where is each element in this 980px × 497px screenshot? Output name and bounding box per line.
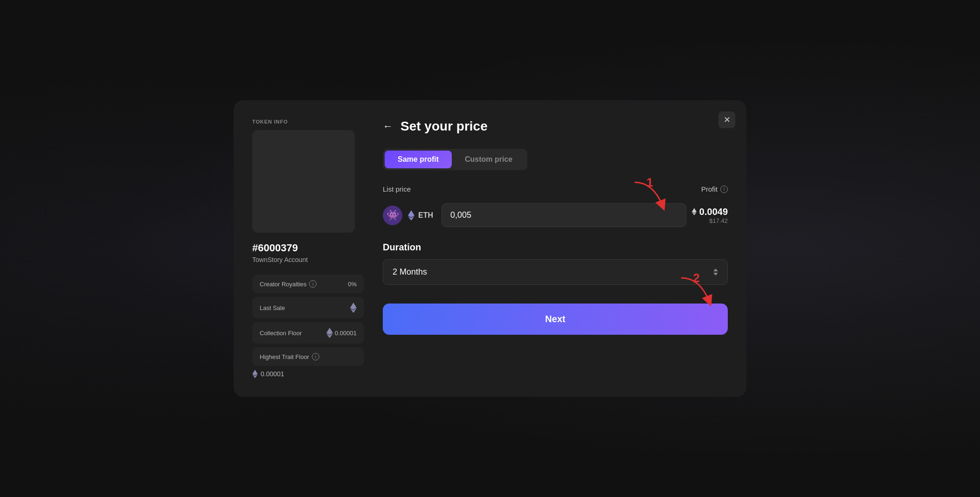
nft-image bbox=[252, 130, 355, 233]
chevron-updown-icon bbox=[713, 269, 718, 276]
duration-label: Duration bbox=[383, 242, 728, 253]
collection-floor-row: Collection Floor 0.00001 bbox=[252, 322, 364, 344]
right-panel: ← Set your price Same profit Custom pric… bbox=[383, 119, 728, 378]
eth-small-icon bbox=[326, 328, 333, 338]
bottom-value: 0.00001 bbox=[252, 370, 364, 378]
collection-name: TownStory Account bbox=[252, 256, 364, 263]
listing-modal: ✕ TOKEN INFO #6000379 TownStory Account … bbox=[234, 100, 746, 397]
highest-trait-floor-row: Highest Trait Floor i bbox=[252, 347, 364, 366]
page-header: ← Set your price bbox=[383, 119, 728, 134]
highest-trait-floor-label: Highest Trait Floor i bbox=[260, 353, 319, 360]
creator-royalties-value: 0% bbox=[348, 281, 357, 288]
last-sale-value bbox=[350, 303, 357, 313]
profit-eth-value: 0.0049 bbox=[692, 207, 728, 217]
duration-select[interactable]: 2 Months bbox=[383, 259, 728, 285]
collection-floor-value: 0.00001 bbox=[326, 328, 357, 338]
token-info-label: TOKEN INFO bbox=[252, 119, 364, 124]
eth-icon bbox=[350, 303, 357, 313]
chevron-down-icon bbox=[713, 273, 718, 276]
back-button[interactable]: ← bbox=[383, 121, 393, 131]
price-tabs: Same profit Custom price bbox=[383, 149, 527, 170]
price-input[interactable] bbox=[442, 203, 686, 227]
profit-eth-icon bbox=[692, 208, 697, 215]
eth-currency-icon bbox=[408, 210, 414, 221]
creator-royalties-label: Creator Royalties i bbox=[260, 280, 317, 288]
page-title: Set your price bbox=[400, 119, 488, 134]
chevron-up-icon bbox=[713, 269, 718, 271]
token-number: #6000379 bbox=[252, 242, 364, 254]
next-button[interactable]: Next bbox=[383, 304, 728, 335]
last-sale-row: Last Sale bbox=[252, 297, 364, 318]
highest-trait-info-icon: i bbox=[312, 353, 319, 360]
profit-usd-value: $17.42 bbox=[692, 217, 728, 224]
tab-same-profit[interactable]: Same profit bbox=[385, 151, 452, 168]
duration-value: 2 Months bbox=[393, 267, 427, 277]
last-sale-label: Last Sale bbox=[260, 304, 285, 311]
currency-label: ETH bbox=[408, 210, 436, 221]
left-panel: TOKEN INFO #6000379 TownStory Account Cr… bbox=[252, 119, 364, 378]
close-button[interactable]: ✕ bbox=[718, 111, 735, 128]
profit-info-icon: i bbox=[720, 186, 728, 193]
tab-custom-price[interactable]: Custom price bbox=[452, 151, 525, 168]
price-profit-header: List price Profit i bbox=[383, 185, 728, 199]
list-price-label: List price bbox=[383, 185, 411, 193]
collection-floor-label: Collection Floor bbox=[260, 330, 302, 337]
profit-label: Profit i bbox=[701, 185, 728, 193]
creator-royalties-row: Creator Royalties i 0% bbox=[252, 275, 364, 293]
bottom-eth-icon bbox=[252, 370, 258, 378]
avatar: 👾 bbox=[383, 206, 402, 225]
creator-royalties-info-icon: i bbox=[309, 280, 317, 288]
profit-value: 0.0049 $17.42 bbox=[692, 207, 728, 224]
